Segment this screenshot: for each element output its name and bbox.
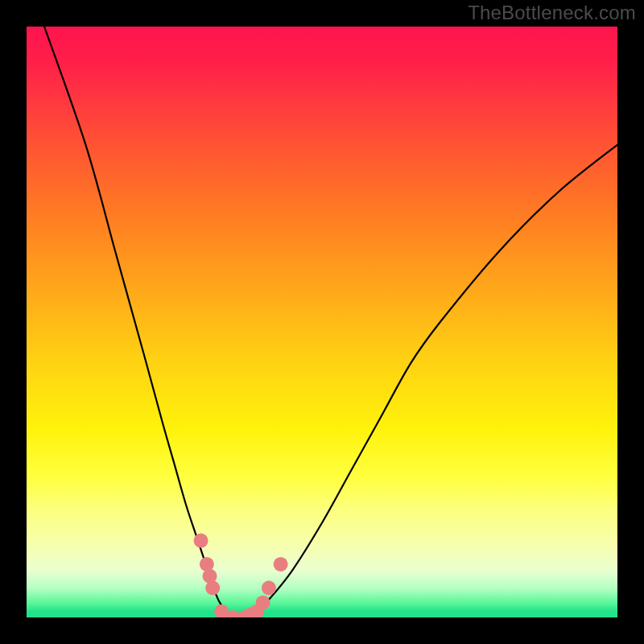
- marker-dot: [194, 534, 208, 548]
- marker-dot: [205, 580, 220, 595]
- marker-group: [194, 534, 288, 617]
- marker-dot: [262, 580, 276, 595]
- marker-dot: [256, 596, 270, 610]
- curve-line: [44, 27, 617, 617]
- plot-area: [27, 27, 617, 617]
- bottleneck-curve: [27, 27, 617, 617]
- marker-dot: [274, 557, 288, 572]
- curve-path-group: [44, 27, 617, 617]
- watermark-text: TheBottleneck.com: [468, 2, 636, 24]
- chart-frame: TheBottleneck.com: [0, 0, 644, 644]
